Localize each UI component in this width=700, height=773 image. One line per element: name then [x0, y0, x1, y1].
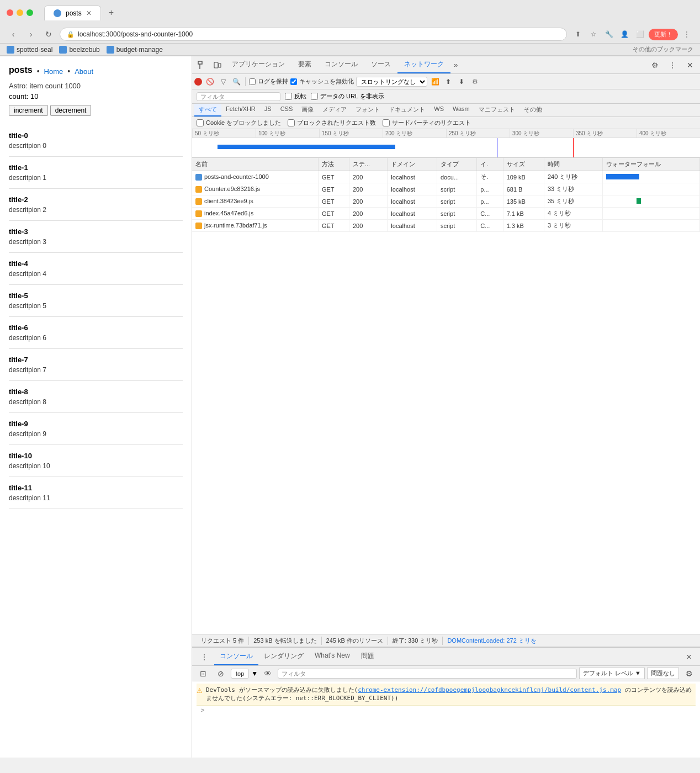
type-tab-JS[interactable]: JS [260, 104, 276, 117]
console-filter-input[interactable] [278, 669, 577, 679]
devtools-tab-コンソール[interactable]: コンソール [318, 56, 364, 73]
preserve-log-checkbox[interactable] [249, 78, 256, 85]
search-button[interactable]: 🔍 [231, 76, 242, 87]
devtools-tab-ソース[interactable]: ソース [364, 56, 397, 73]
disable-cache-group: キャッシュを無効化 [290, 77, 354, 86]
table-row[interactable]: Counter.e9c83216.js GET 200 localhost sc… [192, 183, 700, 195]
extension-icon[interactable]: 🔧 [602, 28, 616, 41]
devtools-tab-アプリケーション[interactable]: アプリケーション [225, 56, 291, 73]
window-icon[interactable]: ⬜ [633, 28, 646, 41]
preserve-log-label: ログを保持 [258, 77, 288, 86]
profile-icon[interactable]: 👤 [618, 28, 631, 41]
type-tab-WS[interactable]: WS [429, 104, 448, 117]
update-button[interactable]: 更新！ [649, 29, 678, 40]
table-header-時間[interactable]: 時間 [544, 158, 602, 171]
export-icon[interactable]: ⬇ [456, 76, 467, 87]
inspect-element-button[interactable] [194, 57, 210, 73]
console-stop-icon[interactable]: ⊘ [213, 666, 229, 681]
bookmark-icon[interactable]: ☆ [587, 28, 600, 41]
back-button[interactable]: ‹ [7, 28, 20, 41]
nav-home-link[interactable]: Home [44, 67, 63, 76]
forward-button[interactable]: › [24, 28, 38, 41]
table-header-サイズ[interactable]: サイズ [503, 158, 544, 171]
import-icon[interactable]: ⬆ [443, 76, 454, 87]
bottom-tab-コンソール[interactable]: コンソール [214, 648, 258, 665]
devtools-tab-ネットワーク[interactable]: ネットワーク [397, 56, 450, 73]
bottom-tab-What's New[interactable]: What's New [309, 648, 356, 665]
type-tab-その他[interactable]: その他 [519, 104, 547, 117]
increment-button[interactable]: increment [9, 105, 48, 116]
type-tab-Wasm[interactable]: Wasm [448, 104, 474, 117]
type-tab-画像[interactable]: 画像 [297, 104, 318, 117]
hide-url-checkbox[interactable] [311, 93, 318, 100]
type-tab-マニフェスト[interactable]: マニフェスト [474, 104, 519, 117]
menu-icon[interactable]: ⋮ [680, 28, 693, 41]
devtools-tab-要素[interactable]: 要素 [291, 56, 318, 73]
type-tab-CSS[interactable]: CSS [276, 104, 298, 117]
table-row[interactable]: jsx-runtime.73bdaf71.js GET 200 localhos… [192, 220, 700, 232]
close-traffic-light[interactable] [7, 9, 13, 16]
type-tab-メディア[interactable]: メディア [318, 104, 351, 117]
bottom-close-button[interactable]: ✕ [682, 650, 696, 664]
wifi-icon[interactable]: 📶 [429, 76, 441, 87]
table-header-タイプ[interactable]: タイプ [437, 158, 476, 171]
share-icon[interactable]: ⬆ [571, 28, 585, 41]
disable-cache-checkbox[interactable] [290, 78, 297, 85]
new-tab-button[interactable]: + [103, 4, 119, 21]
table-header-方法[interactable]: 方法 [318, 158, 349, 171]
devtools-close-icon[interactable]: ✕ [682, 57, 698, 73]
bookmark-spotted-seal[interactable]: spotted-seal [7, 46, 52, 54]
record-button[interactable] [194, 78, 202, 86]
invert-checkbox[interactable] [285, 93, 292, 100]
minimize-traffic-light[interactable] [17, 9, 23, 16]
header-row: 名前方法ステ...ドメインタイプイ.サイズ時間ウォーターフォール [192, 158, 700, 171]
more-tabs-button[interactable]: » [450, 60, 461, 70]
network-settings-icon[interactable]: ⚙ [469, 76, 480, 87]
clear-button[interactable]: 🚫 [204, 76, 215, 87]
bookmark-beelzebub[interactable]: beelzebub [59, 46, 99, 54]
throttle-select[interactable]: スロットリングなし [356, 77, 427, 87]
decrement-button[interactable]: decrement [50, 105, 92, 116]
devtools-more-icon[interactable]: ⋮ [665, 57, 680, 73]
invert-label: 反転 [294, 92, 306, 100]
device-toolbar-button[interactable] [210, 57, 225, 73]
console-expand-button[interactable]: > [197, 706, 696, 714]
type-tab-Fetch/XHR[interactable]: Fetch/XHR [221, 104, 260, 117]
nav-about-link[interactable]: About [75, 67, 93, 76]
filter-input[interactable] [197, 92, 280, 101]
table-header-ステ...[interactable]: ステ... [349, 158, 387, 171]
post-desc: descritpion 11 [9, 494, 183, 502]
filter-button[interactable]: ▽ [218, 76, 229, 87]
table-header-イ.[interactable]: イ. [477, 158, 503, 171]
bottom-panel: ⋮ コンソールレンダリングWhat's New問題 ✕ ⊡ ⊘ top ▼ 👁 … [192, 647, 700, 758]
maximize-traffic-light[interactable] [26, 9, 33, 16]
reload-button[interactable]: ↻ [42, 28, 55, 41]
table-header-ウォーターフォール[interactable]: ウォーターフォール [602, 158, 699, 171]
warning-link[interactable]: chrome-extension://cofdbpoegempjloogbagk… [358, 686, 621, 693]
table-header-名前[interactable]: 名前 [192, 158, 318, 171]
bottom-more-icon[interactable]: ⋮ [197, 649, 212, 665]
bottom-tab-問題[interactable]: 問題 [356, 648, 380, 665]
block-cookies-checkbox[interactable] [197, 119, 204, 126]
third-party-checkbox[interactable] [383, 119, 390, 126]
table-row[interactable]: index.45a47ed6.js GET 200 localhost scri… [192, 208, 700, 220]
console-settings-icon[interactable]: ⚙ [681, 666, 697, 681]
table-header-ドメイン[interactable]: ドメイン [388, 158, 437, 171]
console-eye-icon[interactable]: 👁 [260, 666, 275, 681]
bookmark-budget-manage[interactable]: budget-manage [107, 46, 163, 54]
type-tab-すべて[interactable]: すべて [194, 104, 221, 117]
table-row[interactable]: client.38423ee9.js GET 200 localhost scr… [192, 195, 700, 208]
network-main-toolbar: 🚫 ▽ 🔍 ログを保持 キャッシュを無効化 スロットリングなし 📶 ⬆ ⬇ ⚙ [192, 74, 700, 89]
console-level-select[interactable]: デフォルト レベル ▼ [579, 668, 645, 679]
console-dock-icon[interactable]: ⊡ [195, 666, 211, 681]
type-tab-ドキュメント[interactable]: ドキュメント [384, 104, 429, 117]
devtools-settings-icon[interactable]: ⚙ [647, 57, 662, 73]
console-top-label[interactable]: top [231, 669, 249, 679]
browser-tab[interactable]: posts ✕ [44, 6, 101, 20]
bottom-tab-レンダリング[interactable]: レンダリング [258, 648, 309, 665]
type-tab-フォント[interactable]: フォント [351, 104, 384, 117]
blocked-requests-checkbox[interactable] [288, 119, 295, 126]
url-bar[interactable]: 🔒 localhost:3000/posts-and-counter-1000 [60, 28, 567, 41]
tab-close-icon[interactable]: ✕ [86, 9, 92, 17]
table-row[interactable]: posts-and-counter-1000 GET 200 localhost… [192, 171, 700, 183]
